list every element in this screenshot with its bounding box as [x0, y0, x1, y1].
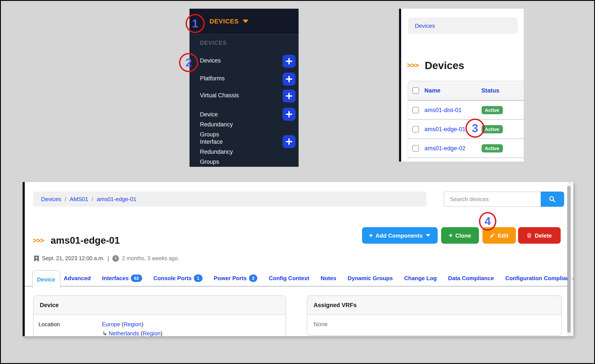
- add-device-redundancy-group-button[interactable]: [283, 108, 296, 121]
- tab-data-compliance[interactable]: Data Compliance: [448, 275, 494, 281]
- tab-dynamic-groups[interactable]: Dynamic Groups: [347, 275, 393, 281]
- add-device-button[interactable]: [283, 55, 296, 68]
- pencil-icon: [489, 233, 495, 238]
- menu-item-label: Device Redundancy Groups: [200, 109, 252, 140]
- search-input[interactable]: [444, 192, 540, 207]
- tab-change-log[interactable]: Change Log: [404, 275, 437, 281]
- device-link[interactable]: ams01-edge-01: [425, 126, 466, 132]
- select-all-checkbox[interactable]: [412, 87, 419, 94]
- assigned-vrfs-card: Assigned VRFs None: [307, 295, 561, 336]
- add-platform-button[interactable]: [283, 73, 296, 86]
- region-link[interactable]: Netherlands: [109, 330, 139, 336]
- tab-device[interactable]: Device: [32, 270, 60, 288]
- row-checkbox[interactable]: [412, 126, 419, 132]
- scrollbar-track[interactable]: [567, 182, 572, 336]
- page-title: ams01-edge-01: [51, 235, 120, 246]
- plus-icon: [286, 92, 292, 99]
- delete-button[interactable]: Delete: [518, 227, 560, 244]
- prompt-chevrons: >>>: [33, 237, 44, 245]
- panel-left-border: [399, 9, 401, 161]
- breadcrumb-link-device[interactable]: ams01-edge-01: [97, 196, 136, 203]
- child-arrow-icon: ↳: [102, 330, 107, 336]
- plus-icon: +: [449, 232, 453, 239]
- region-link[interactable]: Europe: [102, 321, 120, 328]
- add-interface-redundancy-group-button[interactable]: [283, 135, 296, 148]
- created-timestamp: Sept. 21, 2023 12:00 a.m.: [42, 255, 105, 261]
- menu-item-device-redundancy-groups[interactable]: Device Redundancy Groups: [200, 109, 287, 140]
- breadcrumb-separator: /: [65, 196, 66, 203]
- plus-icon: [286, 76, 292, 83]
- annotation-step-1: 1: [186, 14, 205, 33]
- scrollbar-thumb[interactable]: [567, 186, 571, 333]
- device-card: Device Location Europe (Region) ↳ Nether…: [33, 295, 286, 336]
- region-type-link[interactable]: Region: [124, 321, 142, 328]
- search-button[interactable]: [540, 192, 564, 207]
- tab-advanced[interactable]: Advanced: [64, 275, 91, 281]
- count-badge: 1: [194, 274, 203, 282]
- count-badge: 62: [131, 274, 142, 282]
- annotation-step-3: 3: [466, 119, 485, 138]
- card-header: Device: [33, 296, 285, 315]
- location-label: Location: [38, 321, 60, 328]
- menu-item-interface-redundancy-groups[interactable]: Interface Redundancy Groups: [200, 137, 287, 167]
- status-badge: Active: [481, 106, 503, 114]
- menu-item-virtual-chassis[interactable]: Virtual Chassis: [200, 90, 287, 100]
- add-virtual-chassis-button[interactable]: [283, 90, 296, 103]
- chevron-down-icon: [242, 20, 249, 23]
- tutorial-image: DEVICES DEVICES Devices Platforms Virtua…: [0, 0, 595, 364]
- bookmark-plus-icon: [34, 255, 39, 262]
- devices-menu-header-label: DEVICES: [210, 18, 239, 25]
- clock-icon: [112, 255, 119, 262]
- trash-icon: [527, 232, 532, 238]
- table-header-row: Name Status: [407, 81, 524, 101]
- age-text: 2 months, 3 weeks ago: [122, 255, 178, 261]
- row-checkbox[interactable]: [412, 145, 419, 151]
- devices-section-label: DEVICES: [200, 40, 227, 46]
- devices-table: Name Status ams01-dist-01 Active ams01-e…: [407, 81, 524, 161]
- column-header-name[interactable]: Name: [425, 87, 440, 94]
- tab-configuration-compliance[interactable]: Configuration Compliance: [505, 275, 573, 281]
- prompt-chevrons: >>>: [407, 61, 419, 70]
- chevron-down-icon: [426, 234, 431, 237]
- annotation-step-2: 2: [179, 53, 198, 72]
- clone-button[interactable]: + Clone: [441, 227, 479, 244]
- row-checkbox[interactable]: [412, 107, 419, 113]
- breadcrumb: Devices: [408, 17, 517, 34]
- add-components-button[interactable]: + Add Components: [362, 227, 438, 244]
- devices-dropdown-menu: DEVICES DEVICES Devices Platforms Virtua…: [190, 9, 298, 167]
- breadcrumb-separator: /: [92, 196, 93, 203]
- devices-menu-header[interactable]: DEVICES: [190, 9, 298, 34]
- breadcrumb-link-devices[interactable]: Devices: [41, 196, 61, 203]
- annotation-step-4: 4: [479, 212, 496, 231]
- menu-item-label: Platforms: [200, 73, 252, 84]
- table-row: ams01-edge-02 Active: [407, 139, 524, 158]
- vrf-none-value: None: [314, 321, 328, 328]
- timestamp-row: Sept. 21, 2023 12:00 a.m. | 2 months, 3 …: [34, 255, 178, 262]
- device-link[interactable]: ams01-edge-02: [425, 145, 466, 151]
- tab-config-context[interactable]: Config Context: [269, 275, 309, 281]
- table-row: ams01-dist-01 Active: [407, 101, 524, 120]
- tab-interfaces[interactable]: Interfaces62: [102, 274, 142, 282]
- column-header-status[interactable]: Status: [481, 87, 499, 94]
- count-badge: 2: [249, 274, 257, 282]
- tab-notes[interactable]: Notes: [320, 275, 336, 281]
- breadcrumb-link-devices[interactable]: Devices: [415, 22, 435, 29]
- location-value: Europe (Region): [102, 321, 143, 328]
- tab-bar-border: [25, 286, 567, 287]
- menu-item-label: Devices: [200, 56, 252, 66]
- breadcrumb: Devices/AMS01/ams01-edge-01: [33, 192, 426, 207]
- search-icon: [548, 196, 556, 203]
- region-type-link[interactable]: Region: [142, 330, 160, 336]
- menu-item-platforms[interactable]: Platforms: [200, 73, 287, 84]
- location-child-value: ↳ Netherlands (Region): [102, 330, 162, 336]
- breadcrumb-link-ams01[interactable]: AMS01: [70, 196, 88, 203]
- page-title: Devices: [425, 60, 464, 72]
- tab-console-ports[interactable]: Console Ports1: [153, 274, 203, 282]
- menu-item-label: Interface Redundancy Groups: [200, 137, 252, 167]
- menu-item-devices[interactable]: Devices: [200, 56, 287, 66]
- tab-power-ports[interactable]: Power Ports2: [214, 274, 257, 282]
- device-link[interactable]: ams01-dist-01: [425, 107, 461, 113]
- status-badge: Active: [481, 144, 503, 153]
- device-detail-panel: Devices/AMS01/ams01-edge-01 >>> ams01-ed…: [23, 182, 573, 336]
- menu-item-label: Virtual Chassis: [200, 90, 252, 100]
